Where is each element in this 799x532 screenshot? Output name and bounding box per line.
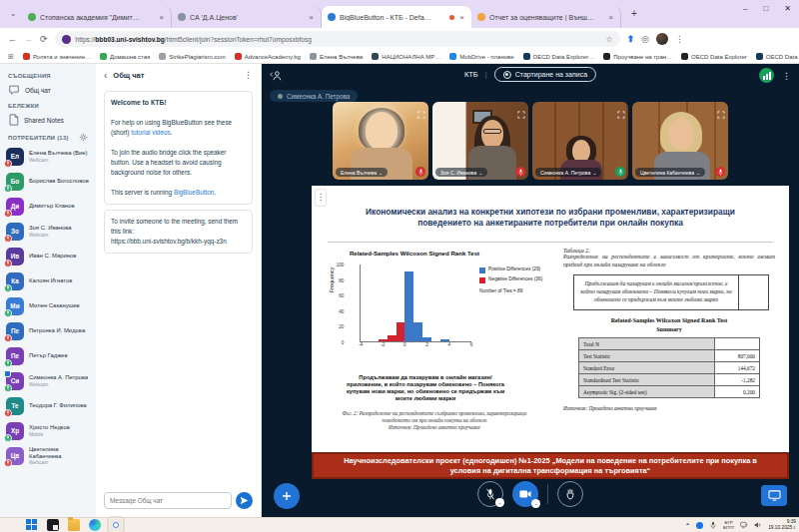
tab-close-icon[interactable]: ×: [158, 13, 165, 22]
participant-row[interactable]: ДиДимитър Кланов: [0, 194, 96, 219]
reload-icon[interactable]: ⟳: [40, 34, 48, 44]
browser-tab[interactable]: Отчет за оценяващите | Външ…×: [471, 6, 621, 28]
participant-row[interactable]: БоБорислав Богословов: [0, 169, 96, 194]
webcam-tile[interactable]: Симеонка А. Петрова⌄: [532, 102, 628, 180]
taskbar-app-icon[interactable]: [47, 519, 59, 531]
new-tab-button[interactable]: +: [627, 7, 641, 21]
webcam-tile[interactable]: Елена Вълчева⌄: [333, 102, 428, 180]
window-maximize-button[interactable]: □: [763, 4, 768, 13]
webcam-fullscreen-icon[interactable]: [617, 105, 625, 113]
mute-toggle-button[interactable]: ⌄: [477, 481, 503, 507]
webcam-device-badge[interactable]: ⌄: [531, 499, 540, 508]
sidebar-item-shared-notes[interactable]: Shared Notes: [0, 111, 96, 129]
tutorial-videos-link[interactable]: tutorial videos: [131, 129, 170, 136]
participant-row[interactable]: ЕлЕлена Вълчева (Вие)Webcam: [0, 144, 96, 169]
browser-tab[interactable]: BigBlueButton - КТБ - Defa…×: [322, 6, 471, 28]
start-recording-button[interactable]: Стартиране на записа: [494, 67, 596, 82]
start-button[interactable]: [26, 519, 38, 531]
bookmark-item[interactable]: Домашна стая: [100, 53, 150, 60]
chrome-browser-icon[interactable]: [110, 519, 122, 531]
participant-row[interactable]: ИвИван С. Маринов: [0, 244, 96, 268]
mic-device-badge[interactable]: ⌄: [495, 498, 504, 507]
bookmark-item[interactable]: StrikePlagiarism.com: [159, 53, 225, 60]
webcam-tile[interactable]: Цветелина Кабанчиева⌄: [632, 102, 728, 180]
bookmark-favicon-icon: [523, 53, 530, 60]
taskbar-clock[interactable]: 9:3919.10.2025 г.: [768, 519, 796, 531]
bookmark-item[interactable]: Елена Вълчева: [310, 53, 363, 60]
tab-close-icon[interactable]: ×: [308, 13, 315, 22]
language-indicator[interactable]: БГРБГПТ: [723, 520, 734, 530]
chat-back-icon[interactable]: ‹: [104, 70, 107, 81]
send-message-button[interactable]: [236, 492, 253, 509]
extensions-icon[interactable]: ◎: [641, 34, 649, 44]
tab-close-icon[interactable]: ×: [458, 13, 465, 22]
browser-tabstrip: ⌄ Стопанска академия "Димит…×СА 'Д.А.Цен…: [0, 0, 799, 28]
participant-row[interactable]: МиМилен Саканушев: [0, 293, 96, 318]
bookmark-item[interactable]: Проучване на тран…: [603, 53, 672, 60]
userlist-toggle-button[interactable]: [269, 69, 282, 82]
browser-menu-icon[interactable]: ⋮: [675, 34, 684, 44]
webcam-name-label[interactable]: Цветелина Кабанчиева⌄: [635, 168, 705, 177]
presentation-slide[interactable]: ⋮ Икономически анализ на конкретни хипот…: [312, 186, 789, 479]
window-minimize-button[interactable]: –: [743, 4, 747, 13]
chat-options-icon[interactable]: ⋮: [244, 70, 253, 80]
manage-users-gear-icon[interactable]: [79, 133, 88, 142]
address-bar[interactable]: https://bbb03.uni-svishtov.bg/html5clien…: [55, 31, 620, 47]
apps-grid-icon[interactable]: ⊞: [8, 53, 14, 61]
file-explorer-icon[interactable]: [68, 519, 80, 531]
bookmark-label: Домашна стая: [110, 54, 150, 60]
chart-title: Related-Samples Wilcoxon Signed Rank Tes…: [330, 250, 499, 257]
minimize-presentation-button[interactable]: [761, 485, 787, 506]
bookmark-star-icon[interactable]: ☆: [605, 35, 612, 44]
participant-row[interactable]: ЦвЦветелина КабанчиеваWebcam: [0, 443, 96, 468]
tray-app-icon[interactable]: [696, 522, 703, 529]
actions-plus-button[interactable]: [274, 483, 300, 509]
webcam-fullscreen-icon[interactable]: [417, 105, 425, 113]
participant-row[interactable]: СиСимеонка А. ПетроваWebcam: [0, 368, 96, 393]
tray-network-icon[interactable]: [740, 521, 748, 529]
bookmark-item[interactable]: MobDrive - планове: [449, 53, 513, 60]
bookmark-item[interactable]: НАЦИОНАЛНА МР…: [372, 53, 440, 60]
webcam-tile[interactable]: Зоя С. Иванова⌄: [432, 102, 528, 180]
options-menu-icon[interactable]: ⋮: [782, 71, 791, 81]
webcam-fullscreen-icon[interactable]: [517, 105, 525, 113]
tray-speaker-icon[interactable]: [754, 521, 762, 529]
update-icon[interactable]: ⬆: [627, 34, 635, 44]
tray-microphone-icon[interactable]: [709, 521, 717, 529]
messages-section-label: СЪОБЩЕНИЯ: [0, 69, 96, 81]
participant-row[interactable]: ПеПетър Гаджев: [0, 343, 96, 368]
chat-message-input[interactable]: [104, 492, 232, 509]
talking-indicator[interactable]: Симеонка А. Петрова: [270, 90, 358, 102]
whiteboard-options-icon[interactable]: ⋮: [316, 190, 326, 206]
webcam-name-label[interactable]: Елена Вълчева⌄: [336, 168, 388, 177]
bookmark-item[interactable]: Ролята и значение…: [23, 53, 91, 60]
participant-row[interactable]: ТеТеодора Г. Филипова: [0, 393, 96, 418]
bigbluebutton-link[interactable]: BigBlueButton: [174, 189, 215, 196]
connection-status-button[interactable]: [759, 68, 774, 83]
webcam-name-label[interactable]: Зоя С. Иванова⌄: [435, 168, 487, 177]
profile-avatar[interactable]: [656, 33, 668, 45]
webcam-toggle-button[interactable]: ⌄: [512, 481, 538, 507]
participant-row[interactable]: ХрХристо НедковMobile: [0, 418, 96, 443]
webcam-name-label[interactable]: Симеонка А. Петрова⌄: [535, 168, 601, 177]
participant-row[interactable]: ПеПетронка И. Мидова: [0, 318, 96, 343]
back-icon[interactable]: ←: [8, 34, 17, 44]
tab-search-icon[interactable]: ⌄: [6, 7, 20, 21]
bookmark-item[interactable]: OECD Data Explorer: [681, 53, 747, 60]
invite-link[interactable]: https://bbb.uni-svishtov.bg/b/kkh-yqq-z3…: [111, 238, 227, 245]
edge-browser-icon[interactable]: [89, 519, 101, 531]
participant-row[interactable]: ЗоЗоя С. ИвановаWebcam: [0, 219, 96, 244]
browser-tab[interactable]: Стопанска академия "Димит…×: [22, 6, 172, 28]
forward-icon[interactable]: →: [24, 34, 33, 44]
window-close-button[interactable]: ✕: [784, 4, 791, 13]
bookmark-item[interactable]: OECD Data Explorer…: [523, 53, 595, 60]
bookmark-item[interactable]: OECD Data Explorer…: [756, 53, 799, 60]
raise-hand-button[interactable]: [557, 481, 583, 507]
tray-expand-icon[interactable]: ⌃: [685, 522, 690, 529]
tab-close-icon[interactable]: ×: [607, 13, 614, 22]
participant-row[interactable]: КаКалоян Игнатов: [0, 268, 96, 293]
webcam-fullscreen-icon[interactable]: [717, 105, 725, 113]
bookmark-item[interactable]: AdvanceAcademy.bg: [235, 53, 301, 60]
sidebar-item-public-chat[interactable]: Общ чат: [0, 81, 96, 99]
browser-tab[interactable]: СА 'Д.А.Ценов'×: [172, 6, 322, 28]
